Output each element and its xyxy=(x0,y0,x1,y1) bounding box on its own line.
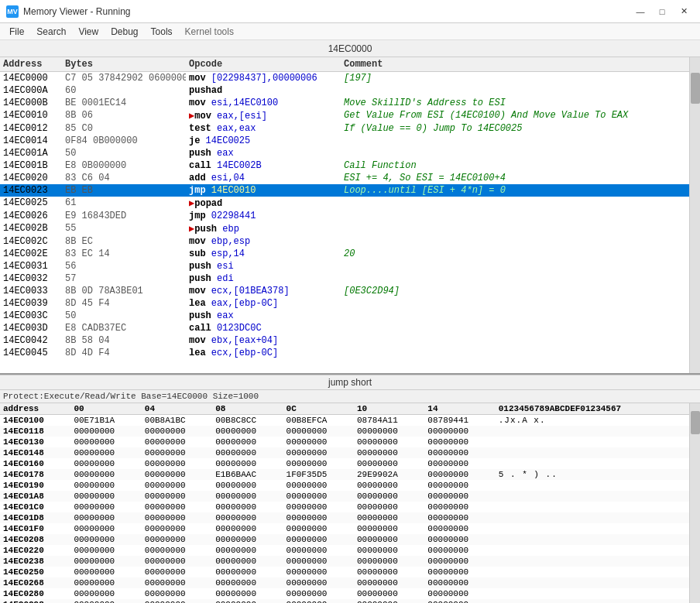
menu-item-file[interactable]: File xyxy=(3,25,30,39)
mem-row[interactable]: 14EC022000000000000000000000000000000000… xyxy=(0,545,689,556)
disasm-row[interactable]: 14EC000A60pushad xyxy=(0,84,689,97)
mem-row[interactable]: 14EC026800000000000000000000000000000000… xyxy=(0,577,689,588)
mem-cell: 00000000 xyxy=(354,447,424,458)
disasm-opcode: mov ebx,[eax+04] xyxy=(186,335,341,346)
disasm-opcode: sub esp,14 xyxy=(186,248,341,259)
disasm-row[interactable]: 14EC002E83 EC 14sub esp,1420 xyxy=(0,248,689,260)
disasm-row[interactable]: 14EC0000C7 05 37842902 06000000mov [0229… xyxy=(0,72,689,84)
mem-cell: 00000000 xyxy=(424,469,495,480)
disasm-addr: 14EC0042 xyxy=(0,335,62,346)
disasm-row[interactable]: 14EC000BBE 0001EC14mov esi,14EC0100Move … xyxy=(0,97,689,109)
mem-row[interactable]: 14EC01A800000000000000000000000000000000… xyxy=(0,491,689,502)
mem-cell: 00000000 xyxy=(283,599,354,603)
mem-cell: 00000000 xyxy=(424,567,495,577)
mem-row[interactable]: 14EC011800000000000000000000000000000000… xyxy=(0,426,689,437)
disasm-row[interactable]: 14EC003156push esi xyxy=(0,260,689,272)
disasm-row[interactable]: 14EC001A50push eax xyxy=(0,147,689,159)
mem-cell: 00000000 xyxy=(142,458,212,469)
mem-row[interactable]: 14EC01C000000000000000000000000000000000… xyxy=(0,502,689,512)
disasm-row[interactable]: 14EC001BE8 0B000000call 14EC002BCall Fun… xyxy=(0,159,689,172)
mem-addr: 14EC01F0 xyxy=(0,523,70,534)
mem-col-header: 0123456789ABCDEF01234567 xyxy=(496,403,689,415)
disasm-operands: esp,14 xyxy=(211,248,245,259)
mem-scrollbar-thumb[interactable] xyxy=(691,411,700,434)
mem-info: Protect:Execute/Read/Write Base=14EC0000… xyxy=(0,390,700,403)
disasm-opcode: mov [02298437],00000006 xyxy=(186,73,341,84)
mem-cell: 00000000 xyxy=(70,437,141,447)
mem-cell: 00000000 xyxy=(424,458,495,469)
disasm-scrollbar[interactable] xyxy=(689,57,700,373)
disasm-operands: esi xyxy=(217,261,234,272)
disasm-row[interactable]: 14EC002C8B ECmov ebp,esp xyxy=(0,235,689,248)
mem-row[interactable]: 14EC013000000000000000000000000000000000… xyxy=(0,437,689,447)
mem-col-header: 0C xyxy=(283,403,354,415)
mem-panel: Protect:Execute/Read/Write Base=14EC0000… xyxy=(0,390,700,603)
disasm-row[interactable]: 14EC002083 C6 04add esi,04ESI += 4, So E… xyxy=(0,172,689,184)
disasm-operands: ebp,esp xyxy=(211,236,250,247)
disasm-row[interactable]: 14EC00458D 4D F4lea ecx,[ebp-0C] xyxy=(0,347,689,359)
close-button[interactable]: ✕ xyxy=(674,4,694,19)
mem-col-header: 04 xyxy=(142,403,212,415)
mem-row[interactable]: 14EC010000E71B1A00B8A1BC00B8C8CC00B8EFCA… xyxy=(0,415,689,427)
minimize-button[interactable]: — xyxy=(630,4,650,19)
disasm-addr: 14EC0025 xyxy=(0,197,62,209)
disasm-comment xyxy=(341,335,689,346)
disasm-mnemonic: push xyxy=(189,148,217,159)
mem-row[interactable]: 14EC023800000000000000000000000000000000… xyxy=(0,556,689,567)
disasm-comment xyxy=(341,197,689,209)
menu-item-tools[interactable]: Tools xyxy=(145,25,179,39)
disasm-opcode: add esi,04 xyxy=(186,173,341,183)
disasm-row[interactable]: 14EC003257push edi xyxy=(0,272,689,285)
disasm-scrollbar-thumb[interactable] xyxy=(691,73,700,104)
disasm-addr: 14EC000A xyxy=(0,85,62,96)
mem-scrollbar[interactable] xyxy=(689,403,700,603)
disasm-row[interactable]: 14EC002561▶popad xyxy=(0,197,689,210)
mem-cell: 1F0F35D5 xyxy=(283,469,354,480)
disasm-row[interactable]: 14EC00338B 0D 78A3BE01mov ecx,[01BEA378]… xyxy=(0,285,689,297)
mem-cell: 00000000 xyxy=(424,588,495,599)
disasm-row[interactable]: 14EC00108B 06▶mov eax,[esi]Get Value Fro… xyxy=(0,109,689,122)
mem-cell: 00000000 xyxy=(70,599,141,603)
mem-row[interactable]: 14EC019000000000000000000000000000000000… xyxy=(0,480,689,491)
mem-cell: 00000000 xyxy=(142,523,212,534)
disasm-operands: 14EC0010 xyxy=(211,185,256,196)
menu-item-kernel-tools[interactable]: Kernel tools xyxy=(179,25,240,39)
mem-row[interactable]: 14EC014800000000000000000000000000000000… xyxy=(0,447,689,458)
mem-cell: 00000000 xyxy=(424,523,495,534)
mem-row[interactable]: 14EC020800000000000000000000000000000000… xyxy=(0,534,689,545)
disasm-operands: esi,04 xyxy=(211,173,245,183)
disasm-row[interactable]: 14EC00398D 45 F4lea eax,[ebp-0C] xyxy=(0,297,689,310)
mem-ascii xyxy=(496,491,689,502)
disasm-opcode: pushad xyxy=(186,85,341,96)
mem-cell: 00000000 xyxy=(283,447,354,458)
menu-item-search[interactable]: Search xyxy=(30,25,72,39)
mem-cell: 00000000 xyxy=(70,556,141,567)
mem-row[interactable]: 14EC01D800000000000000000000000000000000… xyxy=(0,512,689,523)
menu-item-debug[interactable]: Debug xyxy=(105,25,144,39)
disasm-mnemonic: mov xyxy=(189,73,211,84)
mem-row[interactable]: 14EC029800000000000000000000000000000000… xyxy=(0,599,689,603)
maximize-button[interactable]: □ xyxy=(652,4,672,19)
mem-cell: 00000000 xyxy=(70,480,141,491)
disasm-row[interactable]: 14EC002B55▶push ebp xyxy=(0,222,689,235)
mem-content[interactable]: address0004080C10140123456789ABCDEF01234… xyxy=(0,403,689,603)
disasm-addr: 14EC0014 xyxy=(0,135,62,146)
disasm-bytes: 50 xyxy=(62,148,186,159)
disasm-operands: 14EC002B xyxy=(217,160,262,171)
disasm-row[interactable]: 14EC003DE8 CADB37ECcall 0123DC0C xyxy=(0,322,689,334)
address-bar[interactable]: 14EC0000 xyxy=(0,40,700,57)
disasm-row[interactable]: 14EC0023EB EBjmp 14EC0010Loop....until [… xyxy=(0,184,689,197)
mem-row[interactable]: 14EC025000000000000000000000000000000000… xyxy=(0,567,689,577)
mem-row[interactable]: 14EC01780000000000000000E1B6BAAC1F0F35D5… xyxy=(0,469,689,480)
disasm-row[interactable]: 14EC00140F84 0B000000je 14EC0025 xyxy=(0,135,689,147)
disasm-row[interactable]: 14EC0026E9 16843DEDjmp 02298441 xyxy=(0,210,689,222)
disasm-row[interactable]: 14EC001285 C0test eax,eaxIf (Value == 0)… xyxy=(0,122,689,135)
disasm-row[interactable]: 14EC00428B 58 04mov ebx,[eax+04] xyxy=(0,334,689,347)
mem-cell: 00000000 xyxy=(70,512,141,523)
mem-row[interactable]: 14EC01F000000000000000000000000000000000… xyxy=(0,523,689,534)
mem-cell: 00B8A1BC xyxy=(142,415,212,427)
menu-item-view[interactable]: View xyxy=(72,25,105,39)
disasm-row[interactable]: 14EC003C50push eax xyxy=(0,310,689,322)
mem-row[interactable]: 14EC016000000000000000000000000000000000… xyxy=(0,458,689,469)
mem-row[interactable]: 14EC028000000000000000000000000000000000… xyxy=(0,588,689,599)
